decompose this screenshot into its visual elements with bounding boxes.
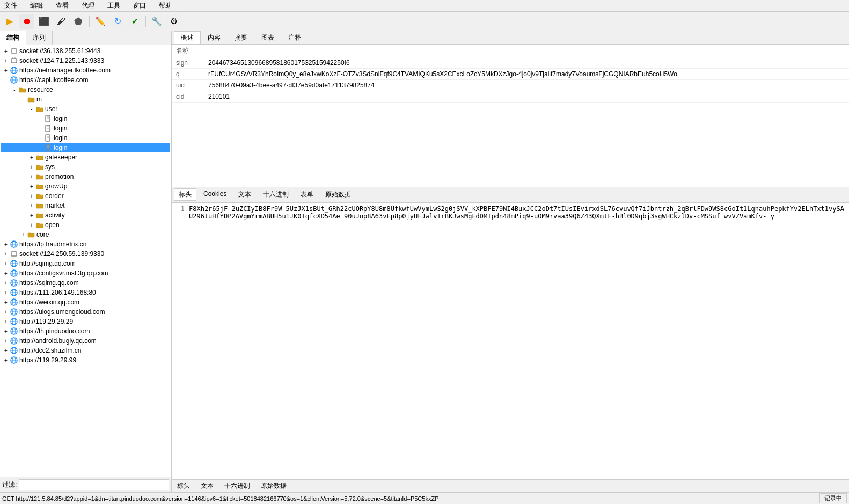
- footer-tab-headers[interactable]: 标头: [174, 481, 193, 491]
- tree-item-n27[interactable]: +https://weixin.qq.com: [1, 297, 170, 307]
- tree-toggle-icon[interactable]: +: [2, 260, 10, 267]
- record-button[interactable]: ⏺: [19, 14, 34, 29]
- tab-cookies[interactable]: Cookies: [199, 188, 231, 201]
- tree-item-n26[interactable]: +https://111.206.149.168:80: [1, 288, 170, 297]
- tree-item-n3[interactable]: +https://netmanager.lkcoffee.com: [1, 65, 170, 75]
- tree-toggle-icon[interactable]: +: [2, 279, 10, 287]
- tree-item-n30[interactable]: +https://th.pinduoduo.com: [1, 326, 170, 336]
- menu-help[interactable]: 帮助: [157, 1, 174, 11]
- tree-toggle-icon[interactable]: +: [28, 163, 35, 171]
- settings-button[interactable]: ⚙: [166, 14, 181, 29]
- tree-toggle-icon[interactable]: +: [19, 231, 27, 238]
- menu-tools[interactable]: 工具: [105, 1, 122, 11]
- tree-item-n28[interactable]: +https://ulogs.umengcloud.com: [1, 307, 170, 317]
- shape-button[interactable]: ⬟: [71, 14, 86, 29]
- tree-toggle-icon[interactable]: +: [28, 182, 35, 190]
- tree-toggle-icon[interactable]: +: [2, 240, 10, 248]
- tree-item-n13[interactable]: +sys: [1, 162, 170, 172]
- record-status-button[interactable]: 记录中: [819, 493, 847, 503]
- menu-proxy[interactable]: 代理: [79, 1, 97, 11]
- tab-headers[interactable]: 标头: [174, 188, 196, 201]
- tree-toggle-icon[interactable]: +: [2, 308, 10, 316]
- filter-input[interactable]: [19, 479, 169, 490]
- tree-item-n5[interactable]: -resource: [1, 85, 170, 94]
- tree-toggle-icon[interactable]: +: [2, 298, 10, 306]
- tree-toggle-icon[interactable]: +: [2, 269, 10, 277]
- tab-text[interactable]: 文本: [233, 188, 256, 201]
- tree-item-n21[interactable]: +https://fp.fraudmetrix.cn: [1, 239, 170, 249]
- tab-raw-top[interactable]: 原始数据: [320, 188, 356, 201]
- tree-toggle-icon[interactable]: [36, 115, 44, 122]
- tree-toggle-icon[interactable]: +: [2, 67, 10, 74]
- tree-toggle-icon[interactable]: +: [28, 154, 35, 161]
- tree-item-n16[interactable]: +eorder: [1, 191, 170, 201]
- tree-toggle-icon[interactable]: +: [28, 211, 35, 219]
- tree-toggle-icon[interactable]: +: [2, 47, 10, 55]
- stop-button[interactable]: ⬛: [36, 14, 52, 29]
- tree-item-n19[interactable]: +open: [1, 220, 170, 230]
- tree-toggle-icon[interactable]: [36, 125, 44, 132]
- tab-overview[interactable]: 概述: [174, 31, 201, 44]
- tree-item-n11[interactable]: login: [1, 143, 170, 152]
- tab-chart[interactable]: 图表: [254, 31, 281, 44]
- check-button[interactable]: ✔: [127, 14, 142, 29]
- tree-item-n8[interactable]: login: [1, 114, 170, 123]
- tree-item-n9[interactable]: login: [1, 123, 170, 133]
- tree-item-n22[interactable]: +socket://124.250.59.139:9330: [1, 249, 170, 259]
- tree-item-n17[interactable]: +market: [1, 201, 170, 210]
- tree-toggle-icon[interactable]: [36, 134, 44, 142]
- tree-toggle-icon[interactable]: +: [28, 173, 35, 180]
- tree-item-n15[interactable]: +growUp: [1, 181, 170, 191]
- tree-toggle-icon[interactable]: +: [2, 327, 10, 335]
- tree-toggle-icon[interactable]: -: [2, 76, 10, 84]
- tree-toggle-icon[interactable]: +: [28, 221, 35, 229]
- tab-hex[interactable]: 十六进制: [258, 188, 294, 201]
- tree-toggle-icon[interactable]: +: [2, 318, 10, 325]
- tree-toggle-icon[interactable]: +: [2, 57, 10, 64]
- tree-toggle-icon[interactable]: [36, 144, 44, 151]
- tree-toggle-icon[interactable]: +: [2, 347, 10, 354]
- menu-edit[interactable]: 编辑: [28, 1, 45, 11]
- footer-tab-text[interactable]: 文本: [197, 481, 217, 491]
- tree-toggle-icon[interactable]: -: [28, 105, 35, 113]
- refresh-button[interactable]: ↻: [110, 14, 125, 29]
- menu-file[interactable]: 文件: [2, 1, 19, 11]
- tree-item-n32[interactable]: +http://dcc2.shuzilm.cn: [1, 346, 170, 355]
- start-button[interactable]: ▶: [2, 14, 17, 29]
- tab-sequence[interactable]: 序列: [26, 31, 53, 45]
- tree-item-n31[interactable]: +http://android.bugly.qq.com: [1, 336, 170, 346]
- tree-toggle-icon[interactable]: -: [11, 86, 18, 93]
- tree-item-n6[interactable]: -m: [1, 94, 170, 104]
- tab-content[interactable]: 内容: [201, 31, 228, 44]
- tree-toggle-icon[interactable]: -: [19, 96, 27, 103]
- tab-structure[interactable]: 结构: [0, 31, 26, 45]
- tree-toggle-icon[interactable]: +: [2, 337, 10, 345]
- tab-form[interactable]: 表单: [296, 188, 318, 201]
- brush-button[interactable]: 🖌: [54, 14, 69, 29]
- tab-notes[interactable]: 注释: [281, 31, 308, 44]
- tree-item-n33[interactable]: +https://119.29.29.99: [1, 355, 170, 365]
- tools-button[interactable]: 🔧: [149, 14, 164, 29]
- menu-window[interactable]: 窗口: [131, 1, 148, 11]
- tree-toggle-icon[interactable]: +: [2, 289, 10, 296]
- footer-tab-hex[interactable]: 十六进制: [221, 481, 253, 491]
- tree-item-n29[interactable]: +http://119.29.29.29: [1, 317, 170, 326]
- tab-summary[interactable]: 摘要: [228, 31, 254, 44]
- tree-item-n12[interactable]: +gatekeeper: [1, 152, 170, 162]
- tree-item-n2[interactable]: +socket://124.71.225.143:9333: [1, 56, 170, 65]
- tree-toggle-icon[interactable]: +: [28, 202, 35, 209]
- tree-item-n7[interactable]: -user: [1, 104, 170, 114]
- tree-toggle-icon[interactable]: +: [2, 356, 10, 364]
- footer-tab-raw[interactable]: 原始数据: [258, 481, 290, 491]
- tree-item-n4[interactable]: -https://capi.lkcoffee.com: [1, 75, 170, 85]
- pen-button[interactable]: ✏️: [93, 14, 108, 29]
- tree-toggle-icon[interactable]: +: [2, 250, 10, 258]
- tree-item-n10[interactable]: login: [1, 133, 170, 143]
- menu-view[interactable]: 查看: [54, 1, 71, 11]
- tree-item-n18[interactable]: +activity: [1, 210, 170, 220]
- tree-item-n14[interactable]: +promotion: [1, 172, 170, 181]
- tree-item-n1[interactable]: +socket://36.138.255.61:9443: [1, 46, 170, 56]
- tree-item-n25[interactable]: +https://sqimg.qq.com: [1, 278, 170, 288]
- tree-item-n24[interactable]: +https://configsvr.msf.3g.qq.com: [1, 268, 170, 278]
- tree-toggle-icon[interactable]: +: [28, 192, 35, 200]
